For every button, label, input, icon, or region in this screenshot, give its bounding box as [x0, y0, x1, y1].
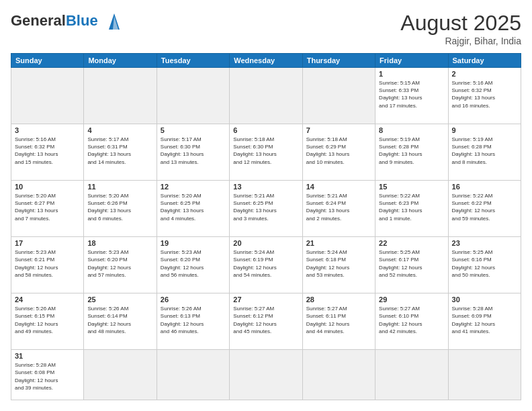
day-info: Sunrise: 5:20 AMSunset: 6:25 PMDaylight:…: [161, 192, 226, 222]
day-number: 3: [15, 126, 80, 134]
day-info: Sunrise: 5:24 AMSunset: 6:18 PMDaylight:…: [306, 248, 371, 279]
day-info: Sunrise: 5:19 AMSunset: 6:28 PMDaylight:…: [452, 136, 517, 166]
day-24: 24 Sunrise: 5:26 AMSunset: 6:15 PMDaylig…: [11, 293, 84, 350]
day-31: 31 Sunrise: 5:28 AMSunset: 6:08 PMDaylig…: [11, 350, 84, 400]
location: Rajgir, Bihar, India: [400, 36, 521, 46]
day-info: Sunrise: 5:16 AMSunset: 6:32 PMDaylight:…: [15, 136, 80, 166]
empty-cell: [302, 68, 375, 124]
day-info: Sunrise: 5:27 AMSunset: 6:12 PMDaylight:…: [233, 305, 298, 335]
table-row: 10 Sunrise: 5:20 AMSunset: 6:27 PMDaylig…: [11, 181, 521, 237]
table-row: 24 Sunrise: 5:26 AMSunset: 6:15 PMDaylig…: [11, 293, 521, 350]
day-info: Sunrise: 5:25 AMSunset: 6:17 PMDaylight:…: [379, 248, 444, 279]
empty-cell: [230, 68, 302, 124]
day-number: 27: [233, 295, 298, 304]
day-info: Sunrise: 5:19 AMSunset: 6:28 PMDaylight:…: [379, 136, 444, 166]
day-2: 2 Sunrise: 5:16 AMSunset: 6:32 PMDayligh…: [448, 68, 521, 124]
day-number: 28: [306, 295, 371, 304]
header-wednesday: Wednesday: [230, 54, 302, 68]
day-number: 14: [306, 183, 371, 191]
day-27: 27 Sunrise: 5:27 AMSunset: 6:12 PMDaylig…: [230, 293, 302, 350]
day-11: 11 Sunrise: 5:20 AMSunset: 6:26 PMDaylig…: [84, 181, 157, 237]
page: GeneralBlue August 2025 Rajgir, Bihar, I…: [0, 0, 532, 411]
header-monday: Monday: [84, 54, 157, 68]
day-25: 25 Sunrise: 5:26 AMSunset: 6:14 PMDaylig…: [84, 293, 157, 350]
day-info: Sunrise: 5:26 AMSunset: 6:13 PMDaylight:…: [161, 305, 226, 335]
day-4: 4 Sunrise: 5:17 AMSunset: 6:31 PMDayligh…: [84, 124, 157, 181]
day-number: 2: [452, 70, 517, 78]
month-title: August 2025: [400, 11, 521, 36]
day-number: 12: [161, 183, 226, 191]
title-block: August 2025 Rajgir, Bihar, India: [400, 11, 521, 46]
day-29: 29 Sunrise: 5:27 AMSunset: 6:10 PMDaylig…: [375, 293, 448, 350]
logo-blue: Blue: [66, 12, 98, 29]
day-8: 8 Sunrise: 5:19 AMSunset: 6:28 PMDayligh…: [375, 124, 448, 181]
day-info: Sunrise: 5:26 AMSunset: 6:15 PMDaylight:…: [15, 305, 80, 335]
day-17: 17 Sunrise: 5:23 AMSunset: 6:21 PMDaylig…: [11, 237, 84, 293]
day-number: 30: [452, 295, 517, 304]
empty-cell: [302, 350, 375, 400]
logo-general: General: [11, 12, 66, 29]
day-26: 26 Sunrise: 5:26 AMSunset: 6:13 PMDaylig…: [157, 293, 229, 350]
day-info: Sunrise: 5:20 AMSunset: 6:27 PMDaylight:…: [15, 192, 80, 222]
header-tuesday: Tuesday: [157, 54, 229, 68]
day-number: 8: [379, 126, 444, 134]
day-number: 25: [87, 295, 152, 304]
day-12: 12 Sunrise: 5:20 AMSunset: 6:25 PMDaylig…: [157, 181, 229, 237]
day-number: 5: [161, 126, 226, 134]
day-number: 15: [379, 183, 444, 191]
logo-text: GeneralBlue: [11, 11, 125, 32]
day-19: 19 Sunrise: 5:23 AMSunset: 6:20 PMDaylig…: [157, 237, 229, 293]
day-info: Sunrise: 5:17 AMSunset: 6:31 PMDaylight:…: [87, 136, 152, 166]
day-15: 15 Sunrise: 5:22 AMSunset: 6:23 PMDaylig…: [375, 181, 448, 237]
empty-cell: [84, 350, 157, 400]
day-10: 10 Sunrise: 5:20 AMSunset: 6:27 PMDaylig…: [11, 181, 84, 237]
day-18: 18 Sunrise: 5:23 AMSunset: 6:20 PMDaylig…: [84, 237, 157, 293]
day-number: 20: [233, 239, 298, 247]
table-row: 3 Sunrise: 5:16 AMSunset: 6:32 PMDayligh…: [11, 124, 521, 181]
day-number: 18: [87, 239, 152, 247]
table-row: 1 Sunrise: 5:15 AMSunset: 6:33 PMDayligh…: [11, 68, 521, 124]
day-number: 22: [379, 239, 444, 247]
logo-icon: [103, 11, 125, 32]
day-13: 13 Sunrise: 5:21 AMSunset: 6:25 PMDaylig…: [230, 181, 302, 237]
day-number: 23: [452, 239, 517, 247]
empty-cell: [157, 350, 229, 400]
day-20: 20 Sunrise: 5:24 AMSunset: 6:19 PMDaylig…: [230, 237, 302, 293]
day-3: 3 Sunrise: 5:16 AMSunset: 6:32 PMDayligh…: [11, 124, 84, 181]
day-6: 6 Sunrise: 5:18 AMSunset: 6:30 PMDayligh…: [230, 124, 302, 181]
day-16: 16 Sunrise: 5:22 AMSunset: 6:22 PMDaylig…: [448, 181, 521, 237]
day-info: Sunrise: 5:23 AMSunset: 6:20 PMDaylight:…: [87, 248, 152, 279]
day-info: Sunrise: 5:26 AMSunset: 6:14 PMDaylight:…: [87, 305, 152, 335]
day-30: 30 Sunrise: 5:28 AMSunset: 6:09 PMDaylig…: [448, 293, 521, 350]
day-number: 31: [15, 352, 80, 360]
empty-cell: [11, 68, 84, 124]
day-info: Sunrise: 5:28 AMSunset: 6:08 PMDaylight:…: [15, 361, 80, 392]
day-22: 22 Sunrise: 5:25 AMSunset: 6:17 PMDaylig…: [375, 237, 448, 293]
day-number: 19: [161, 239, 226, 247]
day-number: 24: [15, 295, 80, 304]
table-row: 17 Sunrise: 5:23 AMSunset: 6:21 PMDaylig…: [11, 237, 521, 293]
day-info: Sunrise: 5:25 AMSunset: 6:16 PMDaylight:…: [452, 248, 517, 279]
day-9: 9 Sunrise: 5:19 AMSunset: 6:28 PMDayligh…: [448, 124, 521, 181]
day-number: 13: [233, 183, 298, 191]
day-23: 23 Sunrise: 5:25 AMSunset: 6:16 PMDaylig…: [448, 237, 521, 293]
day-1: 1 Sunrise: 5:15 AMSunset: 6:33 PMDayligh…: [375, 68, 448, 124]
logo: GeneralBlue: [11, 11, 125, 32]
weekday-header-row: Sunday Monday Tuesday Wednesday Thursday…: [11, 54, 521, 68]
day-info: Sunrise: 5:28 AMSunset: 6:09 PMDaylight:…: [452, 305, 517, 335]
day-number: 26: [161, 295, 226, 304]
day-14: 14 Sunrise: 5:21 AMSunset: 6:24 PMDaylig…: [302, 181, 375, 237]
day-number: 11: [87, 183, 152, 191]
calendar-table: Sunday Monday Tuesday Wednesday Thursday…: [11, 53, 521, 400]
header-sunday: Sunday: [11, 54, 84, 68]
day-info: Sunrise: 5:18 AMSunset: 6:30 PMDaylight:…: [233, 136, 298, 166]
day-number: 29: [379, 295, 444, 304]
day-info: Sunrise: 5:22 AMSunset: 6:22 PMDaylight:…: [452, 192, 517, 222]
table-row: 31 Sunrise: 5:28 AMSunset: 6:08 PMDaylig…: [11, 350, 521, 400]
header: GeneralBlue August 2025 Rajgir, Bihar, I…: [11, 11, 521, 46]
empty-cell: [157, 68, 229, 124]
day-number: 17: [15, 239, 80, 247]
empty-cell: [375, 350, 448, 400]
day-info: Sunrise: 5:18 AMSunset: 6:29 PMDaylight:…: [306, 136, 371, 166]
day-info: Sunrise: 5:17 AMSunset: 6:30 PMDaylight:…: [161, 136, 226, 166]
